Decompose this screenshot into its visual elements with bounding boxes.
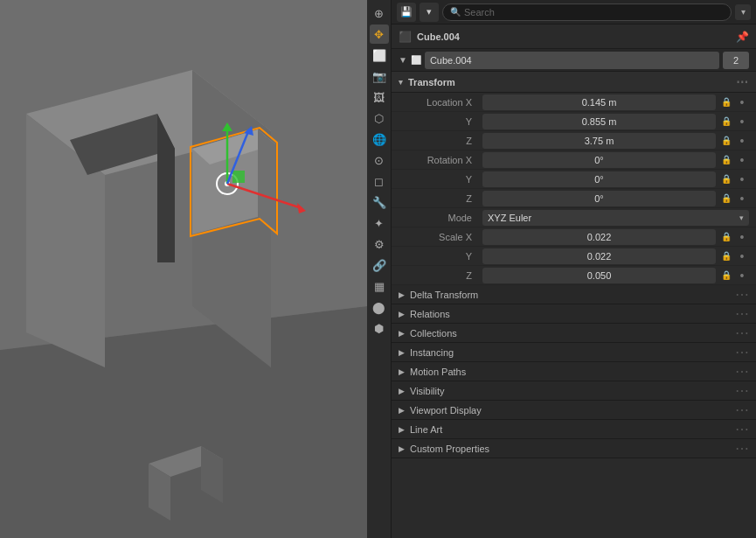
rotation-y-value[interactable]: 0° — [482, 171, 716, 187]
tool-shader[interactable]: ⬢ — [370, 318, 389, 338]
tool-output[interactable]: 🖼 — [370, 87, 389, 107]
location-x-dot[interactable]: • — [735, 95, 749, 109]
scale-x-row: Scale X 0.022 🔒 • — [392, 227, 756, 247]
transform-dots: ⋯ — [736, 75, 749, 89]
location-x-lock[interactable]: 🔒 — [719, 95, 733, 109]
scale-z-label: Z — [409, 270, 479, 281]
header-arrow[interactable]: ▾ — [735, 4, 751, 20]
object-type-icon: ⬛ — [399, 31, 412, 43]
tool-move[interactable]: ✥ — [370, 24, 389, 44]
scale-y-lock[interactable]: 🔒 — [719, 249, 733, 263]
tool-cursor[interactable]: ⊕ — [370, 3, 389, 23]
scale-y-dot[interactable]: • — [735, 249, 749, 263]
line-art-chevron: ▶ — [399, 425, 405, 434]
scale-y-value[interactable]: 0.022 — [482, 248, 716, 264]
location-z-dot[interactable]: • — [735, 134, 749, 148]
search-icon: 🔍 — [450, 7, 461, 17]
location-x-label: Location X — [409, 97, 479, 108]
viewport-display-label: Viewport Display — [410, 405, 482, 416]
search-placeholder: Search — [464, 7, 495, 17]
scale-x-value[interactable]: 0.022 — [482, 229, 716, 245]
rotation-y-label: Y — [409, 174, 479, 185]
tool-properties[interactable]: ⬜ — [370, 45, 389, 65]
rotation-y-lock[interactable]: 🔒 — [719, 172, 733, 186]
relations-chevron: ▶ — [399, 310, 405, 318]
rotation-z-value[interactable]: 0° — [482, 191, 716, 206]
collections-dots: ⋯ — [735, 325, 750, 341]
save-button[interactable]: 💾 — [397, 3, 416, 22]
viewport-display-section[interactable]: ▶ Viewport Display ⋯ — [392, 401, 756, 420]
location-y-value[interactable]: 0.855 m — [482, 114, 716, 129]
scale-y-label: Y — [409, 251, 479, 262]
tool-material[interactable]: ⬤ — [370, 297, 389, 317]
rotation-y-dot[interactable]: • — [735, 172, 749, 186]
rotation-y-row: Y 0° 🔒 • — [392, 170, 756, 189]
location-z-value[interactable]: 3.75 m — [482, 133, 716, 149]
rotation-z-lock[interactable]: 🔒 — [719, 192, 733, 206]
location-y-lock[interactable]: 🔒 — [719, 115, 733, 129]
properties-panel: 💾 ▾ 🔍 Search ▾ ⬛ Cube.004 📌 ▼ ⬜ Cube.004… — [392, 0, 756, 538]
svg-rect-18 — [232, 171, 245, 183]
instancing-dots: ⋯ — [735, 344, 750, 360]
rotation-z-dot[interactable]: • — [735, 192, 749, 206]
tool-object[interactable]: ◻ — [370, 171, 389, 191]
pin-icon[interactable]: 📌 — [736, 31, 749, 43]
instancing-chevron: ▶ — [399, 348, 405, 357]
properties-content[interactable]: ▾ Transform ⋯ Location X 0.145 m 🔒 • Y 0… — [392, 72, 756, 538]
tool-scene[interactable]: 🌐 — [370, 129, 389, 149]
instancing-label: Instancing — [410, 347, 454, 358]
scale-z-lock[interactable]: 🔒 — [719, 269, 733, 283]
delta-transform-section[interactable]: ▶ Delta Transform ⋯ — [392, 285, 756, 304]
svg-marker-10 — [258, 129, 275, 232]
rotation-x-value[interactable]: 0° — [482, 152, 716, 168]
visibility-dots: ⋯ — [735, 382, 750, 399]
motion-paths-chevron: ▶ — [399, 367, 405, 376]
mode-dropdown[interactable]: XYZ Euler ▾ — [482, 210, 749, 226]
tool-physics[interactable]: ⚙ — [370, 234, 389, 254]
instancing-section[interactable]: ▶ Instancing ⋯ — [392, 343, 756, 362]
location-y-dot[interactable]: • — [735, 115, 749, 129]
visibility-section[interactable]: ▶ Visibility ⋯ — [392, 381, 756, 401]
transform-section-header[interactable]: ▾ Transform ⋯ — [392, 72, 756, 93]
tool-modifiers[interactable]: 🔧 — [370, 192, 389, 212]
transform-label: Transform — [408, 77, 455, 87]
collections-chevron: ▶ — [399, 329, 405, 338]
object-name-pill[interactable]: Cube.004 — [425, 52, 719, 69]
rotation-x-dot[interactable]: • — [735, 153, 749, 167]
line-art-dots: ⋯ — [735, 421, 750, 437]
header-dropdown[interactable]: ▾ — [420, 3, 439, 22]
tool-particles[interactable]: ✦ — [370, 213, 389, 233]
rotation-z-label: Z — [409, 193, 479, 204]
custom-props-label: Custom Properties — [410, 444, 489, 454]
scale-z-dot[interactable]: • — [735, 269, 749, 283]
scale-x-dot[interactable]: • — [735, 230, 749, 244]
delta-label: Delta Transform — [410, 290, 478, 300]
tool-view-layer[interactable]: ⬡ — [370, 108, 389, 128]
rotation-x-row: Rotation X 0° 🔒 • — [392, 150, 756, 170]
tool-render[interactable]: 📷 — [370, 66, 389, 86]
rotation-x-lock[interactable]: 🔒 — [719, 153, 733, 167]
tool-world[interactable]: ⊙ — [370, 150, 389, 170]
custom-properties-section[interactable]: ▶ Custom Properties ⋯ — [392, 439, 756, 458]
search-bar[interactable]: 🔍 Search — [442, 3, 732, 21]
3d-viewport[interactable] — [0, 0, 367, 538]
location-z-lock[interactable]: 🔒 — [719, 134, 733, 148]
location-x-value[interactable]: 0.145 m — [482, 94, 716, 110]
mode-label: Mode — [409, 213, 479, 223]
tool-data[interactable]: ▦ — [370, 276, 389, 296]
relations-dots: ⋯ — [735, 305, 750, 322]
delta-dots: ⋯ — [735, 286, 750, 303]
tool-sidebar: ⊕ ✥ ⬜ 📷 🖼 ⬡ 🌐 ⊙ ◻ 🔧 ✦ ⚙ 🔗 ▦ ⬤ ⬢ — [367, 0, 392, 538]
object-data-icon: ⬜ — [411, 55, 421, 65]
scale-x-lock[interactable]: 🔒 — [719, 230, 733, 244]
motion-paths-section[interactable]: ▶ Motion Paths ⋯ — [392, 362, 756, 381]
scale-z-value[interactable]: 0.050 — [482, 268, 716, 283]
location-y-row: Y 0.855 m 🔒 • — [392, 112, 756, 131]
relations-section[interactable]: ▶ Relations ⋯ — [392, 304, 756, 324]
collections-section[interactable]: ▶ Collections ⋯ — [392, 324, 756, 343]
line-art-section[interactable]: ▶ Line Art ⋯ — [392, 420, 756, 439]
location-x-row: Location X 0.145 m 🔒 • — [392, 93, 756, 112]
motion-paths-dots: ⋯ — [735, 363, 750, 380]
tool-constraints[interactable]: 🔗 — [370, 255, 389, 275]
collections-label: Collections — [410, 328, 457, 339]
